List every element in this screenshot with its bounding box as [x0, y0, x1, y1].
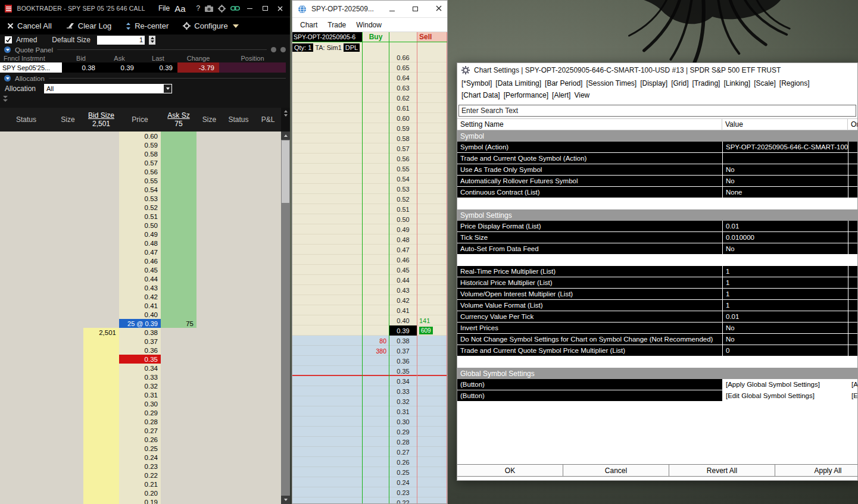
- dom-row[interactable]: 0.36: [292, 356, 447, 366]
- bid-size-cell[interactable]: [83, 185, 119, 194]
- dom-price-cell[interactable]: 0.32: [389, 396, 417, 406]
- ask-size-cell[interactable]: [161, 310, 196, 319]
- dialog-button-apply-all[interactable]: Apply All: [775, 464, 858, 477]
- dom-buy-cell[interactable]: [363, 123, 389, 133]
- dom-price-cell[interactable]: 0.41: [389, 305, 417, 315]
- dom-buy-cell[interactable]: [363, 133, 389, 143]
- buy-column-header[interactable]: Buy: [363, 32, 389, 42]
- setting-value-cell[interactable]: 1: [722, 266, 848, 277]
- price-cell[interactable]: 0.25: [119, 444, 161, 453]
- price-cell[interactable]: 0.57: [119, 158, 161, 167]
- dom-price-cell[interactable]: 0.57: [389, 143, 417, 154]
- recenter-button[interactable]: Re-center: [126, 21, 169, 30]
- dom-price-cell[interactable]: 0.33: [389, 386, 417, 396]
- ladder-row[interactable]: 0.37: [0, 337, 281, 346]
- ladder-row[interactable]: 0.31: [0, 390, 281, 399]
- ask-size-cell[interactable]: [161, 408, 196, 417]
- ladder-row[interactable]: 0.27: [0, 426, 281, 435]
- price-cell[interactable]: 0.27: [119, 426, 161, 435]
- menu-window[interactable]: Window: [356, 21, 382, 29]
- ladder-row[interactable]: 0.50: [0, 221, 281, 230]
- ladder-row[interactable]: 0.52: [0, 203, 281, 212]
- settings-row[interactable]: (Button)[Apply Global Symbol Settings][A…: [457, 379, 857, 390]
- dom-buy-cell[interactable]: [363, 214, 389, 224]
- dom-price-cell[interactable]: 0.46: [389, 255, 417, 265]
- dom-row[interactable]: 0.59: [292, 123, 447, 133]
- dom-sell-cell[interactable]: [417, 346, 447, 356]
- ladder-row[interactable]: 0.49: [0, 230, 281, 239]
- bid-size-cell[interactable]: [83, 346, 119, 355]
- dom-row[interactable]: 0.62: [292, 93, 447, 103]
- ask-size-cell[interactable]: [161, 480, 196, 489]
- ladder-row[interactable]: 0.54: [0, 185, 281, 194]
- bid-size-cell[interactable]: [83, 301, 119, 310]
- price-cell[interactable]: 0.38: [119, 328, 161, 337]
- ask-size-cell[interactable]: [161, 364, 196, 372]
- link-icon[interactable]: [230, 5, 240, 11]
- bid-size-cell[interactable]: [83, 158, 119, 167]
- settings-menu-item[interactable]: [Bar Period]: [545, 79, 582, 87]
- ladder-row[interactable]: 0.41: [0, 301, 281, 310]
- settings-menu-item[interactable]: [Display]: [640, 79, 667, 87]
- price-cell[interactable]: 0.46: [119, 256, 161, 265]
- dom-buy-cell[interactable]: [363, 376, 389, 386]
- dom-price-cell[interactable]: 0.58: [389, 133, 417, 143]
- dom-sell-cell[interactable]: [417, 336, 447, 346]
- bid-size-cell[interactable]: [83, 471, 119, 480]
- bid-size-cell[interactable]: [83, 230, 119, 239]
- dom-sell-cell[interactable]: [417, 305, 447, 315]
- dom-sell-cell[interactable]: [417, 133, 447, 143]
- dom-row[interactable]: 0.53: [292, 184, 447, 194]
- dom-sell-cell[interactable]: [417, 245, 447, 255]
- dom-buy-cell[interactable]: [363, 467, 389, 477]
- bid-size-cell[interactable]: 2,501: [83, 328, 119, 337]
- dom-price-cell[interactable]: 0.38: [389, 336, 417, 346]
- clear-log-button[interactable]: Clear Log: [66, 21, 111, 30]
- dom-row[interactable]: 0.28: [292, 437, 447, 447]
- dom-buy-cell[interactable]: [363, 245, 389, 255]
- dom-buy-cell[interactable]: [363, 174, 389, 184]
- dom-row[interactable]: 0.58: [292, 133, 447, 143]
- settings-row[interactable]: Auto-Set From Data FeedNo: [457, 243, 857, 255]
- bid-size-cell[interactable]: [83, 453, 119, 462]
- dom-row[interactable]: 0.29: [292, 427, 447, 437]
- setting-value-cell[interactable]: [Edit Global Symbol Settings]: [722, 390, 848, 401]
- dom-buy-cell[interactable]: [363, 62, 389, 73]
- price-cell[interactable]: 0.29: [119, 408, 161, 417]
- quote-panel-icon-2[interactable]: [280, 47, 286, 52]
- snapshot-icon[interactable]: [205, 5, 213, 12]
- ask-size-cell[interactable]: [161, 497, 196, 504]
- ladder-row[interactable]: 0.21: [0, 480, 281, 489]
- price-cell[interactable]: 0.24: [119, 453, 161, 462]
- dom-buy-cell[interactable]: [363, 224, 389, 234]
- dom-price-cell[interactable]: 0.59: [389, 123, 417, 133]
- bid-size-cell[interactable]: [83, 274, 119, 283]
- ask-size-cell[interactable]: [161, 149, 196, 158]
- bid-size-cell[interactable]: [83, 310, 119, 319]
- dom-sell-cell[interactable]: [417, 83, 447, 93]
- ask-size-cell[interactable]: [161, 265, 196, 274]
- ladder-row[interactable]: 0.56: [0, 167, 281, 176]
- dom-sell-cell[interactable]: [417, 255, 447, 265]
- dom-sell-cell[interactable]: [417, 295, 447, 305]
- dom-price-cell[interactable]: 0.47: [389, 245, 417, 255]
- dom-buy-cell[interactable]: [363, 437, 389, 447]
- ladder-row[interactable]: 0.34: [0, 364, 281, 372]
- dom-buy-cell[interactable]: [363, 265, 389, 275]
- price-cell[interactable]: 0.19: [119, 497, 161, 504]
- bid-size-cell[interactable]: [83, 355, 119, 364]
- price-cell[interactable]: 0.20: [119, 489, 161, 497]
- dom-price-cell[interactable]: 0.43: [389, 285, 417, 295]
- sell-column-header[interactable]: Sell: [417, 32, 447, 42]
- dom-row[interactable]: 0.54: [292, 174, 447, 184]
- dom-row[interactable]: 0.30: [292, 417, 447, 427]
- dom-sell-cell[interactable]: [417, 467, 447, 477]
- collapsed-panel-arrows[interactable]: [3, 96, 8, 102]
- bid-size-cell[interactable]: [83, 221, 119, 230]
- ask-size-cell[interactable]: [161, 346, 196, 355]
- price-cell[interactable]: 0.53: [119, 194, 161, 203]
- ask-size-cell[interactable]: [161, 328, 196, 337]
- ladder-row[interactable]: 0.33: [0, 372, 281, 381]
- price-cell[interactable]: 0.50: [119, 221, 161, 230]
- dom-sell-cell[interactable]: [417, 457, 447, 467]
